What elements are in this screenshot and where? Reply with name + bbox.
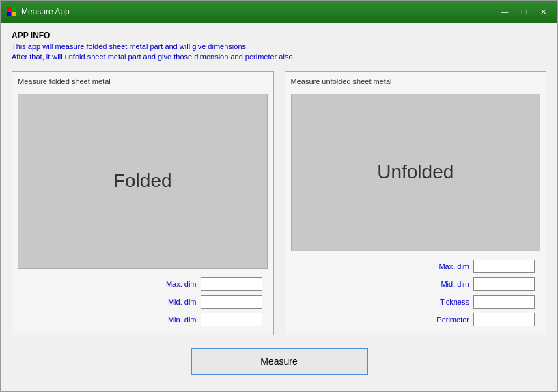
folded-maxdim-row: Max. dim (159, 277, 262, 291)
title-bar: Measure App — □ ✕ (1, 1, 557, 23)
folded-mindim-input[interactable] (201, 313, 262, 326)
unfolded-perimeter-label: Perimeter (432, 316, 469, 324)
app-info-line1: This app will measure folded sheet metal… (12, 42, 546, 52)
folded-mindim-row: Min. dim (159, 313, 262, 326)
close-button[interactable]: ✕ (534, 5, 552, 18)
folded-middim-input[interactable] (201, 295, 262, 309)
folded-maxdim-label: Max. dim (159, 280, 197, 288)
unfolded-perimeter-row: Perimeter (432, 313, 535, 326)
app-info-title: APP INFO (12, 31, 546, 40)
window-title: Measure App (21, 7, 496, 16)
folded-maxdim-input[interactable] (201, 277, 262, 291)
unfolded-panel-title: Measure unfolded sheet metal (291, 77, 541, 85)
unfolded-maxdim-input[interactable] (473, 260, 535, 273)
folded-panel-title: Measure folded sheet metal (18, 77, 268, 85)
unfolded-maxdim-label: Max. dim (432, 262, 469, 270)
app-window: Measure App — □ ✕ APP INFO This app will… (0, 0, 558, 392)
main-content: APP INFO This app will measure folded sh… (1, 23, 557, 391)
svg-rect-2 (7, 12, 11, 16)
unfolded-image-label: Unfolded (377, 161, 454, 183)
maximize-button[interactable]: □ (515, 5, 533, 18)
window-controls: — □ ✕ (496, 5, 552, 18)
unfolded-panel: Measure unfolded sheet metal Unfolded Ma… (285, 71, 547, 335)
unfolded-maxdim-row: Max. dim (432, 260, 535, 273)
measure-button[interactable]: Measure (191, 348, 368, 375)
app-info-section: APP INFO This app will measure folded sh… (12, 31, 546, 63)
folded-panel: Measure folded sheet metal Folded Max. d… (12, 71, 274, 335)
folded-fields: Max. dim Mid. dim Min. dim (18, 275, 268, 329)
svg-rect-3 (12, 12, 16, 16)
svg-rect-0 (7, 7, 11, 11)
unfolded-middim-label: Mid. dim (432, 280, 469, 288)
folded-image-label: Folded (113, 170, 172, 192)
bottom-section: Measure (12, 341, 546, 383)
unfolded-tickness-row: Tickness (432, 295, 535, 309)
unfolded-perimeter-input[interactable] (473, 313, 535, 326)
unfolded-image-area: Unfolded (291, 94, 541, 251)
folded-mindim-label: Min. dim (159, 316, 197, 324)
unfolded-middim-input[interactable] (473, 277, 535, 291)
svg-rect-1 (12, 7, 16, 11)
folded-middim-label: Mid. dim (159, 298, 197, 306)
unfolded-fields: Max. dim Mid. dim Tickness Perimeter (291, 257, 541, 329)
panels-row: Measure folded sheet metal Folded Max. d… (12, 71, 546, 335)
minimize-button[interactable]: — (496, 5, 514, 18)
folded-middim-row: Mid. dim (159, 295, 262, 309)
unfolded-tickness-label: Tickness (432, 298, 469, 306)
folded-image-area: Folded (18, 94, 268, 269)
app-icon (6, 6, 17, 17)
app-info-line2: After that, it will unfold sheet metal p… (12, 52, 546, 62)
unfolded-tickness-input[interactable] (473, 295, 535, 309)
unfolded-middim-row: Mid. dim (432, 277, 535, 291)
